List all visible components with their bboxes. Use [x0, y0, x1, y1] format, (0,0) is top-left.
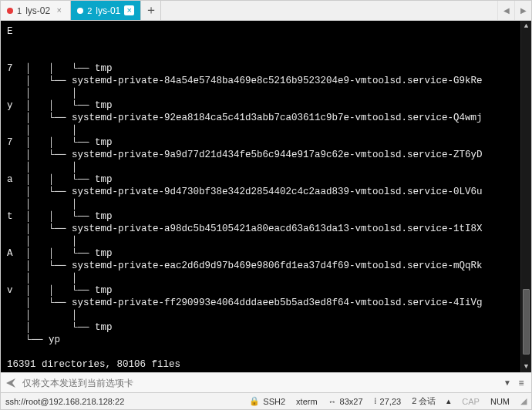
scroll-thumb[interactable]	[523, 289, 530, 355]
send-icon[interactable]	[4, 376, 18, 390]
status-dot-icon	[7, 8, 13, 14]
tab-index: 2	[87, 6, 92, 15]
tray-up-icon[interactable]: ▴	[446, 396, 451, 406]
status-cap: CAP	[462, 397, 480, 406]
size-label: 83x27	[340, 397, 363, 406]
close-icon[interactable]: ×	[54, 5, 64, 15]
status-sessions[interactable]: 2 会话	[412, 395, 436, 407]
input-menu-icon[interactable]: ≡	[514, 378, 528, 388]
tab-label: lys-02	[25, 5, 50, 16]
tab-next-button[interactable]: ▶	[514, 1, 531, 20]
tab-lys-02[interactable]: 1 lys-02 ×	[1, 1, 71, 20]
tab-lys-01[interactable]: 2 lys-01 ×	[71, 1, 141, 20]
status-size: ↔ 83x27	[328, 397, 363, 406]
tab-prev-button[interactable]: ◀	[497, 1, 514, 20]
status-bar: ssh://root@192.168.218.128:22 🔒 SSH2 xte…	[1, 392, 531, 409]
close-icon[interactable]: ×	[124, 5, 134, 15]
terminal-content: │ │ └── tmp│ └── systemd-private-84a54e5…	[25, 62, 531, 372]
resize-icon: ↔	[328, 397, 337, 406]
tab-nav-arrows: ◀ ▶	[497, 1, 531, 20]
connection-string: ssh://root@192.168.218.128:22	[5, 397, 124, 406]
margin-markers: E7y7atAv	[7, 25, 13, 358]
cursor-pos: 27,23	[380, 397, 402, 406]
new-tab-button[interactable]: ＋	[141, 1, 161, 20]
status-dot-icon	[77, 8, 83, 14]
status-term: xterm	[296, 397, 318, 406]
status-num: NUM	[490, 397, 510, 406]
tab-label: lys-01	[96, 5, 120, 16]
input-dropdown-icon[interactable]: ▼	[500, 378, 514, 387]
cursor-icon: ⁞	[374, 396, 377, 406]
scroll-track[interactable]	[521, 32, 531, 361]
resize-grip-icon[interactable]: ◢	[520, 396, 527, 406]
scroll-up-icon[interactable]: ▲	[521, 21, 531, 32]
tab-index: 1	[17, 6, 22, 15]
lock-icon: 🔒	[249, 396, 260, 406]
status-cursor: ⁞ 27,23	[374, 396, 402, 406]
command-input[interactable]	[21, 375, 500, 391]
terminal-output[interactable]: E7y7atAv │ │ └── tmp│ └── systemd-privat…	[1, 21, 531, 372]
protocol-label: SSH2	[263, 397, 285, 406]
terminal-scrollbar[interactable]: ▲ ▼	[520, 21, 531, 372]
status-protocol: 🔒 SSH2	[249, 396, 285, 406]
bottom-input-bar: ▼ ≡	[1, 372, 531, 392]
scroll-down-icon[interactable]: ▼	[521, 361, 531, 372]
tab-bar: 1 lys-02 × 2 lys-01 × ＋ ◀ ▶	[1, 1, 531, 21]
